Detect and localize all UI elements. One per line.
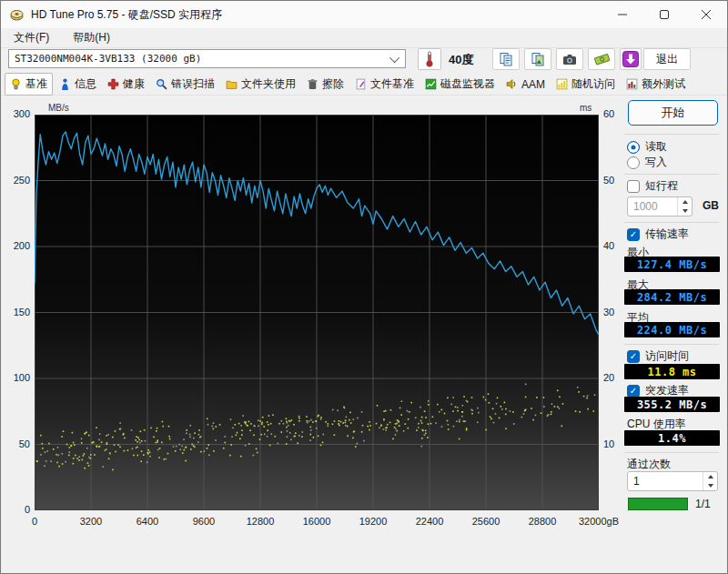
minimize-button[interactable]: [602, 1, 643, 28]
capacity-value: 1000: [628, 200, 677, 213]
tab-random-access[interactable]: 随机访问: [551, 74, 620, 95]
folder-icon: [226, 78, 238, 90]
title-bar: HD Tune Pro 5.75 - 硬盘/SSD 实用程序: [1, 1, 727, 28]
monitor-chart-icon: [425, 78, 437, 90]
transfer-rate-checkbox[interactable]: ✓: [627, 228, 640, 241]
tab-label: 磁盘监视器: [440, 76, 495, 92]
right-axis-unit: ms: [580, 103, 592, 113]
short-stroke-checkbox[interactable]: [627, 180, 640, 193]
download-icon: [622, 51, 639, 67]
exit-button-label: 退出: [656, 52, 678, 67]
left-axis-unit: MB/s: [48, 103, 69, 113]
trash-icon: [307, 78, 318, 90]
copy-text-button[interactable]: [492, 48, 520, 70]
close-button[interactable]: [685, 1, 727, 28]
read-radio[interactable]: [627, 141, 640, 154]
separator: [624, 344, 719, 345]
tab-label: 额外测试: [642, 76, 685, 92]
progress-label: 1/1: [695, 498, 711, 510]
short-stroke-label: 短行程: [645, 178, 678, 194]
tab-erase[interactable]: 擦除: [302, 74, 349, 95]
x-tick-label: 25600: [459, 516, 513, 527]
benchmark-chart: MB/s ms 30025020015010050060504030201003…: [1, 96, 622, 550]
x-tick-label: 12800: [233, 516, 288, 527]
start-button-label: 开始: [662, 105, 685, 121]
app-icon: [10, 8, 24, 22]
x-tick-label: 16000: [289, 516, 344, 527]
tab-disk-monitor[interactable]: 磁盘监视器: [420, 74, 500, 95]
temperature-value: 40度: [449, 52, 473, 68]
x-tick-label: 9600: [177, 516, 231, 527]
x-tick-label: 3200: [64, 516, 118, 527]
min-value-display: 127.4 MB/s: [624, 257, 720, 272]
plot-canvas: [35, 115, 599, 510]
read-radio-label: 读取: [645, 139, 667, 155]
capacity-spinner[interactable]: [677, 197, 692, 216]
tab-label: 擦除: [322, 76, 344, 92]
tab-label: 信息: [75, 76, 96, 92]
pass-count-spinner[interactable]: [703, 472, 717, 490]
tab-extra-tests[interactable]: 额外测试: [622, 74, 690, 95]
y-left-tick-label: 300: [3, 108, 30, 119]
copy-image-button[interactable]: [524, 48, 551, 70]
tab-info[interactable]: 信息: [55, 74, 101, 95]
magnifier-icon: [156, 78, 167, 90]
menu-file[interactable]: 文件(F): [10, 28, 53, 47]
separator: [624, 174, 719, 175]
start-button[interactable]: 开始: [628, 100, 718, 126]
copy-image-icon: [531, 52, 545, 66]
maximize-button[interactable]: [643, 1, 685, 28]
x-tick-label: 32000gB: [571, 516, 626, 527]
capacity-unit: GB: [703, 199, 719, 212]
tab-health[interactable]: 健康: [103, 74, 149, 95]
transfer-rate-label: 传输速率: [645, 227, 689, 242]
tab-label: 随机访问: [571, 76, 615, 92]
download-button[interactable]: [620, 48, 642, 70]
y-left-tick-label: 250: [3, 175, 30, 186]
menu-bar: 文件(F) 帮助(H): [1, 28, 727, 48]
short-stroke-row[interactable]: 短行程: [627, 178, 678, 194]
camera-icon: [562, 54, 577, 65]
capacity-stepper[interactable]: 1000: [627, 196, 693, 217]
access-time-row[interactable]: ✓ 访问时间: [627, 348, 689, 364]
chevron-down-icon: [389, 52, 399, 62]
tab-aam[interactable]: AAM: [501, 76, 550, 94]
pass-count-stepper[interactable]: 1: [627, 471, 718, 491]
lightbulb-icon: [10, 78, 22, 90]
tab-label: 文件夹使用: [241, 76, 296, 92]
separator: [624, 222, 719, 223]
drive-select-dropdown[interactable]: ST32000NM004K-3VB133 (32000 gB): [8, 49, 406, 68]
access-time-checkbox[interactable]: ✓: [627, 350, 640, 363]
tab-label: 基准: [25, 76, 47, 92]
avg-value-display: 224.0 MB/s: [624, 322, 720, 337]
speaker-icon: [506, 78, 518, 90]
extra-chart-icon: [626, 78, 638, 90]
app-window: HD Tune Pro 5.75 - 硬盘/SSD 实用程序 文件(F) 帮助(…: [0, 0, 728, 574]
tab-folder-usage[interactable]: 文件夹使用: [221, 74, 300, 95]
plot-region: [35, 115, 599, 510]
tab-label: 文件基准: [370, 76, 414, 92]
menu-help[interactable]: 帮助(H): [69, 28, 114, 47]
tab-error-scan[interactable]: 错误扫描: [151, 74, 219, 95]
banknote-icon: [594, 53, 610, 65]
control-panel: 开始 读取 写入 短行程 1000 GB ✓ 传输速率 最小 127.4 MB/…: [622, 96, 724, 569]
screenshot-button[interactable]: [556, 48, 583, 70]
y-left-tick-label: 50: [3, 438, 30, 449]
pass-count-value: 1: [628, 475, 703, 488]
info-icon: [59, 78, 71, 90]
write-radio-row[interactable]: 写入: [627, 155, 667, 170]
access-time-label: 访问时间: [645, 348, 689, 364]
write-radio[interactable]: [627, 156, 640, 169]
health-cross-icon: [107, 78, 119, 90]
tab-benchmark[interactable]: 基准: [5, 73, 53, 96]
max-value-display: 284.2 MB/s: [624, 289, 720, 305]
read-radio-row[interactable]: 读取: [627, 139, 667, 155]
tab-file-benchmark[interactable]: 文件基准: [350, 74, 419, 95]
banknote-button[interactable]: [588, 48, 615, 70]
burst-rate-checkbox[interactable]: ✓: [627, 385, 640, 398]
x-tick-label: 6400: [120, 516, 175, 527]
exit-button[interactable]: 退出: [643, 48, 691, 70]
y-left-tick-label: 100: [3, 372, 30, 383]
y-left-tick-label: 200: [3, 240, 30, 251]
transfer-rate-row[interactable]: ✓ 传输速率: [627, 227, 689, 242]
